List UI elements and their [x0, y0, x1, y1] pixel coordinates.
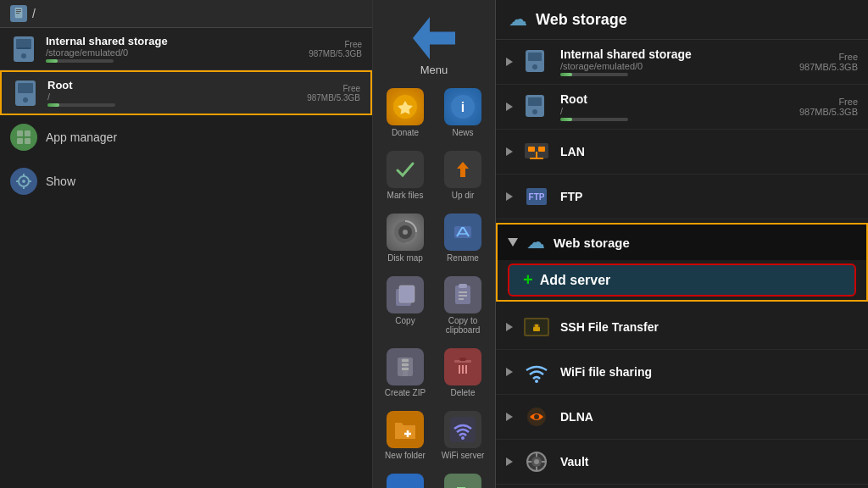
svg-rect-41: [402, 359, 409, 362]
expand-arrow-dlna: [506, 413, 513, 421]
right-root-info: Root /: [560, 92, 791, 121]
expand-arrow-wifi: [506, 368, 513, 376]
show-label: Show: [46, 175, 75, 188]
create-zip-label: Create ZIP: [385, 388, 426, 397]
right-lan-item[interactable]: LAN: [496, 130, 868, 175]
middle-panel: Menu Donate i News: [373, 0, 496, 488]
left-panel: / Internal shared storage /storage/emula…: [0, 0, 373, 488]
svg-rect-46: [459, 358, 466, 361]
new-folder-label: New folder: [385, 451, 426, 460]
svg-rect-42: [402, 363, 409, 366]
copy-clipboard-button[interactable]: Copy to clipboard: [436, 271, 490, 340]
create-zip-button[interactable]: Create ZIP: [378, 343, 432, 402]
right-show-item[interactable]: Show: [496, 485, 868, 488]
internal-storage-path: /storage/emulated/0: [46, 47, 300, 58]
lan-label: LAN: [560, 145, 585, 158]
breadcrumb: /: [0, 0, 372, 28]
internal-storage-bar: [46, 59, 58, 63]
expand-arrow-vault: [506, 458, 513, 466]
app-manager-icon: [10, 124, 37, 151]
right-internal-icon: [521, 47, 552, 77]
newtxt-icon: [444, 474, 481, 488]
internal-storage-item[interactable]: Internal shared storage /storage/emulate…: [0, 28, 372, 70]
copy-button[interactable]: Copy: [378, 271, 432, 340]
svg-rect-14: [25, 138, 31, 144]
up-dir-label: Up dir: [452, 191, 475, 200]
wifi-icon: [521, 357, 552, 387]
root-storage-info: Root /: [47, 79, 298, 107]
disk-map-label: Disk map: [387, 253, 423, 263]
up-dir-button[interactable]: Up dir: [436, 146, 490, 205]
menu-label: Menu: [420, 64, 448, 76]
right-internal-info: Internal shared storage /storage/emulate…: [560, 47, 791, 76]
breadcrumb-icon: [10, 5, 27, 22]
right-root-progress: [560, 118, 628, 121]
svg-point-53: [461, 436, 465, 440]
right-internal-bar: [560, 73, 572, 76]
root-storage-item[interactable]: Root / Free 987MB/5.3GB: [0, 70, 372, 115]
right-root-free: Free: [799, 97, 858, 107]
svg-text:FTP: FTP: [529, 192, 545, 202]
right-internal-name: Internal shared storage: [560, 47, 791, 61]
svg-rect-79: [535, 324, 538, 327]
right-vault-item[interactable]: Vault: [496, 440, 868, 485]
svg-point-68: [532, 109, 537, 114]
right-dlna-item[interactable]: DLNA: [496, 395, 868, 440]
news-button[interactable]: i News: [436, 83, 490, 142]
wifi-server-label: WiFi server: [442, 451, 485, 460]
back-button[interactable]: [413, 8, 455, 59]
menu-grid: Donate i News Mark files: [373, 83, 495, 488]
right-wifi-item[interactable]: WiFi file sharing: [496, 350, 868, 395]
right-header: ☁ Web storage: [496, 0, 868, 40]
donate-label: Donate: [392, 128, 419, 137]
right-root-meta: Free 987MB/5.3GB: [799, 97, 858, 117]
root-storage-bar: [47, 103, 59, 107]
news-icon: i: [444, 88, 481, 125]
right-root-storage[interactable]: Root / Free 987MB/5.3GB: [496, 85, 868, 130]
vault-label: Vault: [560, 455, 588, 469]
ftp-server-button[interactable]: FTP FTP server: [378, 469, 432, 488]
svg-point-83: [534, 414, 539, 419]
copyclip-icon: [444, 276, 481, 313]
internal-storage-info: Internal shared storage /storage/emulate…: [46, 35, 300, 63]
expand-arrow-internal: [506, 58, 513, 66]
web-storage-section-header[interactable]: ☁ Web storage: [498, 225, 866, 260]
root-storage-free: Free: [307, 84, 360, 93]
svg-rect-33: [399, 286, 415, 302]
right-internal-storage[interactable]: Internal shared storage /storage/emulate…: [496, 40, 868, 85]
svg-rect-24: [392, 157, 418, 182]
delete-button[interactable]: Delete: [436, 343, 490, 402]
right-internal-progress: [560, 73, 628, 76]
expand-arrow-root: [506, 103, 513, 111]
svg-rect-2: [16, 11, 21, 12]
app-manager-item[interactable]: App manager: [0, 115, 372, 159]
right-panel-title: Web storage: [536, 11, 627, 29]
show-item[interactable]: Show: [0, 159, 372, 203]
right-ssh-item[interactable]: SSH File Transfer: [496, 305, 868, 350]
svg-point-65: [532, 64, 537, 69]
copy-icon: [387, 276, 424, 313]
mark-files-button[interactable]: Mark files: [378, 146, 432, 205]
add-server-button[interactable]: + Add server: [508, 263, 856, 297]
dlna-label: DLNA: [560, 410, 593, 424]
svg-rect-34: [455, 286, 470, 304]
ftp-icon: FTP: [521, 181, 552, 212]
ftp-label: FTP: [560, 190, 582, 203]
news-label: News: [452, 128, 473, 137]
expand-arrow-ssh: [506, 323, 513, 331]
show-icon: [10, 168, 37, 195]
breadcrumb-text: /: [32, 7, 36, 20]
right-internal-meta: Free 987MB/5.3GB: [799, 52, 858, 72]
right-ftp-item[interactable]: FTP FTP: [496, 175, 868, 219]
donate-button[interactable]: Donate: [378, 83, 432, 142]
delete-label: Delete: [451, 388, 476, 397]
right-item-list: Internal shared storage /storage/emulate…: [496, 40, 868, 488]
disk-map-button[interactable]: Disk map: [378, 208, 432, 268]
wifi-sharing-label: WiFi file sharing: [560, 365, 652, 379]
new-folder-button[interactable]: New folder: [378, 406, 432, 465]
svg-rect-67: [528, 97, 542, 106]
new-text-file-button[interactable]: New text file: [436, 469, 490, 488]
svg-point-10: [23, 97, 28, 103]
wifi-server-button[interactable]: WiFi server: [436, 406, 490, 465]
rename-button[interactable]: Rename: [436, 208, 490, 268]
